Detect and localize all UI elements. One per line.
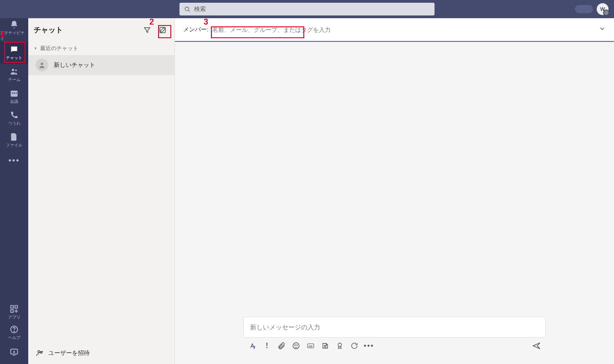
- composer-toolbar: ! GIF •••: [243, 338, 546, 356]
- svg-rect-5: [12, 92, 13, 94]
- member-input[interactable]: [212, 26, 595, 33]
- rail-team-label: チーム: [8, 77, 20, 83]
- gif-button[interactable]: GIF: [304, 339, 317, 352]
- sticker-icon: [321, 342, 329, 350]
- org-switcher[interactable]: [575, 5, 593, 13]
- title-bar: 検索 W: [0, 0, 614, 18]
- svg-point-14: [14, 331, 14, 332]
- svg-point-21: [293, 343, 299, 349]
- gif-icon: GIF: [307, 342, 315, 350]
- people-icon: [10, 67, 19, 76]
- chat-icon: [10, 45, 19, 54]
- more-compose-button[interactable]: •••: [363, 339, 375, 352]
- rail-activity-label: アクティビティ: [0, 30, 28, 42]
- app-rail: アクティビティ チャット チーム 会議 つうわ ファイル ••• アプリ: [0, 18, 28, 364]
- person-icon: [38, 61, 46, 69]
- new-chat-button[interactable]: [156, 24, 169, 36]
- svg-point-22: [295, 345, 296, 346]
- rail-help-label: ヘルプ: [8, 335, 20, 341]
- chat-list-panel: チャット ▼ 最近のチャット 新しいチャット ユーザーを招待: [28, 18, 175, 364]
- sticker-button[interactable]: [319, 339, 332, 352]
- svg-point-28: [338, 343, 342, 347]
- chat-avatar-placeholder: [36, 59, 48, 71]
- chat-row-new[interactable]: 新しいチャット: [28, 55, 174, 75]
- chevron-down-icon: [599, 25, 606, 32]
- loop-icon: [350, 342, 358, 350]
- compose-icon: [159, 26, 167, 34]
- send-button[interactable]: [530, 339, 543, 352]
- chat-list-title: チャット: [34, 25, 63, 35]
- svg-point-3: [15, 69, 17, 71]
- paperclip-icon: [277, 342, 286, 350]
- rail-more[interactable]: •••: [0, 151, 28, 170]
- rail-meetings[interactable]: 会議: [0, 86, 28, 107]
- search-icon: [184, 6, 190, 12]
- rail-bottom: アプリ ヘルプ: [0, 302, 28, 361]
- svg-point-26: [324, 345, 325, 346]
- send-icon: [532, 341, 541, 350]
- invite-users[interactable]: ユーザーを招待: [28, 342, 174, 364]
- filter-icon: [143, 26, 151, 34]
- compose-input[interactable]: [244, 317, 545, 337]
- global-search[interactable]: 検索: [179, 3, 435, 15]
- expand-header[interactable]: [599, 25, 606, 34]
- svg-point-23: [297, 345, 298, 346]
- section-recent[interactable]: ▼ 最近のチャット: [28, 42, 174, 55]
- help-icon: [10, 325, 19, 334]
- calendar-icon: [10, 89, 19, 98]
- rail-files-label: ファイル: [6, 142, 22, 148]
- invite-icon: [36, 349, 44, 357]
- svg-text:GIF: GIF: [309, 345, 313, 348]
- attach-button[interactable]: [275, 339, 288, 352]
- message-composer: [243, 317, 546, 338]
- svg-point-19: [38, 351, 40, 353]
- chat-list-header: チャット: [28, 18, 174, 42]
- rail-calls-label: つうわ: [8, 121, 20, 126]
- format-text-icon: [248, 342, 256, 350]
- rail-calls[interactable]: つうわ: [0, 107, 28, 129]
- rail-team[interactable]: チーム: [0, 64, 28, 86]
- profile-avatar[interactable]: W: [597, 3, 609, 15]
- svg-point-27: [326, 345, 327, 346]
- title-right: W: [575, 3, 609, 15]
- priority-button[interactable]: !: [261, 339, 273, 352]
- conversation-body: [175, 42, 614, 317]
- svg-point-2: [12, 69, 14, 71]
- chat-list-actions: [141, 24, 169, 36]
- rail-files[interactable]: ファイル: [0, 129, 28, 151]
- praise-button[interactable]: [333, 339, 346, 352]
- rail-help[interactable]: ヘルプ: [0, 323, 28, 343]
- app-body: アクティビティ チャット チーム 会議 つうわ ファイル ••• アプリ: [0, 18, 614, 364]
- apps-icon: [10, 304, 19, 313]
- conversation-pane: メンバー: ! GIF: [175, 18, 614, 364]
- phone-icon: [10, 111, 19, 120]
- format-button[interactable]: [246, 339, 259, 352]
- svg-rect-7: [15, 92, 17, 94]
- rail-chat-label: チャット: [6, 55, 22, 61]
- loop-button[interactable]: [348, 339, 361, 352]
- svg-rect-8: [11, 306, 14, 308]
- badge-icon: [336, 342, 344, 350]
- conversation-header: メンバー:: [175, 18, 614, 42]
- svg-line-1: [189, 10, 190, 12]
- filter-button[interactable]: [141, 24, 154, 36]
- rail-download[interactable]: [0, 343, 28, 361]
- rail-activity[interactable]: アクティビティ: [0, 20, 28, 42]
- file-icon: [10, 132, 19, 142]
- svg-rect-4: [11, 91, 18, 96]
- rail-apps[interactable]: アプリ: [0, 302, 28, 323]
- emoji-button[interactable]: [290, 339, 302, 352]
- svg-rect-9: [15, 306, 18, 308]
- download-icon: [10, 348, 19, 357]
- bell-icon: [10, 20, 19, 29]
- search-placeholder: 検索: [194, 5, 206, 13]
- emoji-icon: [292, 342, 300, 350]
- rail-meetings-label: 会議: [10, 99, 18, 105]
- chevron-down-icon: ▼: [34, 46, 37, 51]
- rail-chat[interactable]: チャット: [0, 42, 28, 64]
- section-recent-label: 最近のチャット: [40, 45, 78, 52]
- chat-row-name: 新しいチャット: [54, 61, 95, 69]
- composer-area: ! GIF •••: [175, 317, 614, 364]
- svg-point-0: [185, 7, 189, 10]
- svg-rect-10: [11, 310, 14, 313]
